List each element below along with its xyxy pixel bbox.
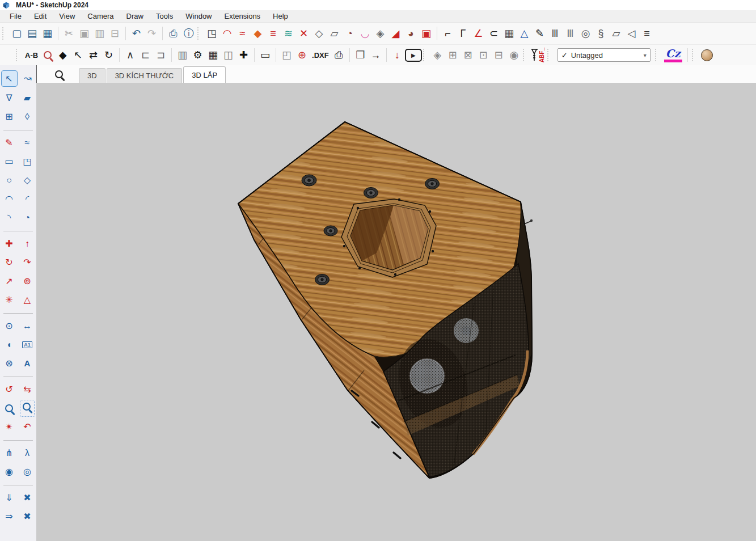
zoom-tool[interactable] [2, 400, 17, 416]
arc-tool[interactable]: ◠ [2, 191, 17, 206]
clamp-right-tool[interactable]: ⊐ [153, 48, 168, 63]
delete-button[interactable]: ⊟ [107, 26, 123, 41]
ext-round-corner2-tool[interactable]: Γ [455, 26, 471, 41]
swap-x-tool[interactable]: ✖ [20, 490, 35, 505]
cz-plugin-button[interactable]: Cz [664, 48, 682, 62]
clamp-left-tool[interactable]: ⊏ [138, 48, 153, 63]
search-extension-button[interactable] [40, 48, 55, 62]
model-info-button[interactable]: ⓘ [181, 26, 196, 41]
download-arrow-button[interactable]: ↓ [390, 48, 405, 63]
ext-curve-offset-tool[interactable]: ⊂ [486, 26, 501, 41]
scene-tab-3d[interactable]: 3D [79, 68, 105, 83]
arc-3point-tool[interactable]: ◝ [2, 210, 17, 225]
arc-center-tool[interactable]: ◜ [20, 191, 35, 206]
layout-rects-tool[interactable]: ◰ [279, 48, 294, 63]
protractor-tool[interactable]: ◖ [2, 337, 17, 352]
ext-round-corner-tool[interactable]: ⌐ [440, 26, 455, 41]
ext-arc-plus-tool[interactable]: ◠ [219, 26, 235, 41]
orbit-tool[interactable]: ↺ [2, 382, 17, 397]
sync-rotate-tool[interactable]: ↻ [101, 48, 116, 63]
menu-item-tools[interactable]: Tools [150, 10, 179, 22]
view-side-button[interactable]: ⊡ [476, 48, 491, 63]
menu-item-window[interactable]: Window [179, 10, 218, 22]
ext-color-layers-tool[interactable]: ≋ [281, 26, 296, 41]
move-tool[interactable]: ✚ [2, 236, 17, 251]
scene-search-icon[interactable] [52, 67, 66, 82]
pan-tool[interactable]: ⇆ [20, 382, 35, 397]
dimension-ab-tool[interactable]: ⊛ [2, 356, 17, 371]
ext-pillar-ring-tool[interactable]: ◎ [578, 26, 593, 41]
new-file-button[interactable]: ▢ [9, 26, 24, 41]
ext-angle-tool[interactable]: ∠ [471, 26, 486, 41]
menu-item-extensions[interactable]: Extensions [218, 10, 267, 22]
select-cursor-tool[interactable]: ↖ [70, 48, 86, 63]
ext-dome-tool[interactable]: ◕ [403, 26, 419, 41]
x-gear-tool[interactable]: ✖ [20, 509, 35, 524]
offset-tool[interactable]: ⊚ [20, 273, 35, 289]
ext-box-marker-tool[interactable]: ▣ [419, 26, 434, 41]
look-around-tool[interactable]: ◉ [2, 464, 17, 479]
long-arrow-tool[interactable]: → [368, 48, 383, 63]
paste-button[interactable]: ▥ [92, 26, 107, 41]
axes-tool[interactable]: ✳ [2, 292, 17, 307]
mirror-flip-tool[interactable]: ⇄ [86, 48, 101, 63]
previous-view-tool[interactable]: ↶ [20, 419, 35, 434]
abf-drill-tool[interactable]: ABF_ [531, 48, 545, 62]
freehand-tool[interactable]: ≈ [20, 135, 35, 150]
drawing-canvas[interactable] [36, 83, 756, 541]
ext-bend-curve-tool[interactable]: ◡ [357, 26, 373, 41]
ext-shelf-stack-tool[interactable]: ≡ [639, 26, 654, 41]
panel-columns-tool[interactable]: ▥ [175, 48, 190, 63]
cutlist-table-button[interactable]: ▦ [205, 48, 221, 63]
ext-import-mesh-tool[interactable]: ◁ [624, 26, 639, 41]
tape-measure-tool[interactable]: ⊙ [2, 318, 17, 333]
polygon-tool[interactable]: ◇ [20, 172, 35, 188]
ext-pillar-cluster-tool[interactable]: Ⅲ [563, 26, 578, 41]
view-iso-button[interactable]: ◈ [430, 48, 445, 63]
circle-tool[interactable]: ○ [2, 172, 17, 188]
ext-sail-curve-tool[interactable]: △ [517, 26, 532, 41]
play-animation-button[interactable]: ▶ [405, 49, 422, 62]
view-top-button[interactable]: ⊞ [445, 48, 461, 63]
eraser-tool[interactable]: ▰ [20, 90, 35, 105]
mirror-tool[interactable]: △ [20, 292, 35, 307]
ext-flatten-tool[interactable]: ◢ [388, 26, 403, 41]
scene-tab-3d-kích-thước[interactable]: 3D KÍCH THƯỚC [107, 68, 183, 83]
menu-item-view[interactable]: View [53, 10, 81, 22]
ext-fold-page-tool[interactable]: ▱ [609, 26, 624, 41]
red-crosshair-tool[interactable]: ⊕ [294, 48, 310, 63]
components-tool[interactable]: ⊞ [2, 109, 17, 124]
line-tool[interactable]: ✎ [2, 135, 17, 150]
zoom-window-tool[interactable] [20, 400, 35, 416]
copy-button[interactable]: ▣ [77, 26, 92, 41]
menu-item-help[interactable]: Help [267, 10, 294, 22]
add-tag-tool[interactable]: ◆ [55, 48, 70, 63]
ext-box-lid-tool[interactable]: ◈ [373, 26, 388, 41]
text-tool[interactable]: A1 [20, 337, 35, 352]
ext-sculpt-tool[interactable]: ◔ [342, 26, 357, 41]
ext-pillars-tool[interactable]: Ⅲ [547, 26, 563, 41]
warehouse-download-tool[interactable]: ⇓ [2, 490, 17, 505]
scale-tool[interactable]: ↗ [2, 273, 17, 289]
text-3d-tool[interactable]: A [20, 356, 35, 371]
open-book-bend-tool[interactable]: ∧ [123, 48, 138, 63]
material-ball-button[interactable] [701, 49, 713, 61]
ext-extrude-face-tool[interactable]: ▱ [327, 26, 342, 41]
tag-tool[interactable]: ◊ [20, 109, 35, 124]
ext-annotate-tool[interactable]: ✎ [532, 26, 547, 41]
dxf-export-label[interactable]: .DXF [310, 51, 331, 60]
ext-layer-stack-tool[interactable]: ≡ [265, 26, 281, 41]
redo-button[interactable]: ↷ [144, 26, 159, 41]
ext-pin-note-tool[interactable]: ◳ [204, 26, 219, 41]
ext-soften-edges-tool[interactable]: ◇ [311, 26, 327, 41]
ext-fold-face-tool[interactable]: ◆ [250, 26, 265, 41]
rotated-rectangle-tool[interactable]: ◳ [20, 154, 35, 169]
tags-dropdown[interactable]: ✓Untagged▾ [558, 48, 651, 62]
menu-item-edit[interactable]: Edit [28, 10, 53, 22]
ext-cage-edit-tool[interactable]: ▦ [501, 26, 517, 41]
dimension-tool[interactable]: ↔ [20, 318, 35, 333]
section-eye-tool[interactable]: ◎ [20, 464, 35, 479]
menu-item-draw[interactable]: Draw [120, 10, 150, 22]
menu-item-file[interactable]: File [3, 10, 28, 22]
follow-me-tool[interactable]: ↷ [20, 255, 35, 270]
